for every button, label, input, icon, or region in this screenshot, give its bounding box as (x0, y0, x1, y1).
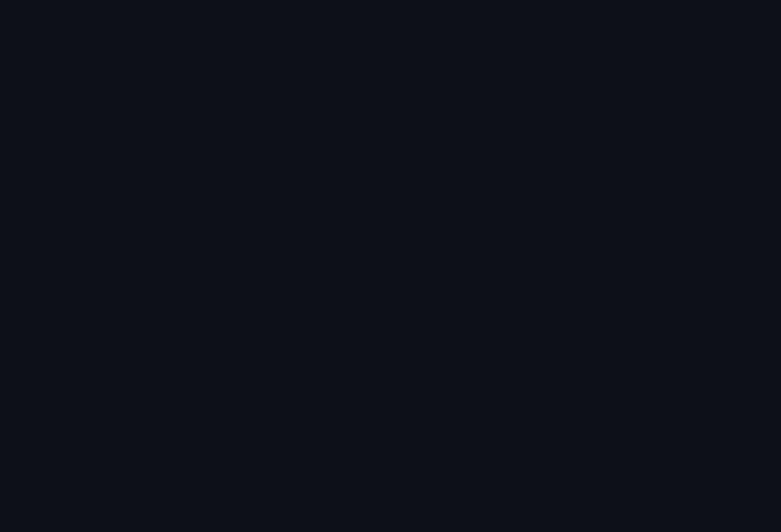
terminal-window: { "title": "Terminal - strace output", "… (0, 0, 781, 532)
terminal (5, 4, 781, 532)
